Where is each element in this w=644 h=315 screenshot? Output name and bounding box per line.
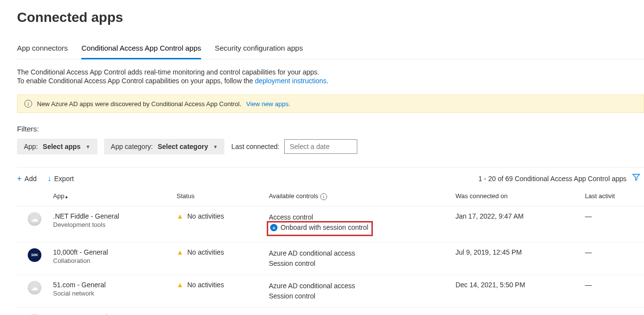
app-avatar: [28, 314, 41, 315]
col-header-app[interactable]: App▴: [49, 186, 173, 206]
connected-date: Jul 9, 2019, 12:45 PM: [452, 242, 581, 275]
filters-label: Filters:: [17, 125, 644, 133]
deployment-instructions-link[interactable]: deployment instructions: [255, 77, 327, 85]
controls-line: Azure AD conditional access: [269, 248, 448, 259]
app-category: Social network: [53, 290, 169, 297]
chevron-down-icon: ▼: [213, 144, 218, 149]
connected-date: Jan 17, 2022, 9:47 AM: [452, 206, 581, 242]
toolbar: + Add ↓ Export 1 - 20 of 69 Conditional …: [17, 167, 644, 184]
filter-last-connected-label: Last connected:: [231, 143, 279, 150]
tabs: App connectors Conditional Access App Co…: [17, 40, 644, 59]
chevron-down-icon: ▼: [86, 144, 91, 149]
controls-line[interactable]: Onboard with session control: [280, 223, 368, 231]
filter-app[interactable]: App: Select apps ▼: [17, 139, 97, 154]
info-icon: i: [320, 193, 327, 200]
connected-date: Dec 14, 2021, 5:50 PM: [452, 275, 581, 307]
warning-icon: ▲: [177, 212, 184, 220]
last-activity: —: [581, 206, 644, 242]
app-name: 7Geese - General: [49, 307, 173, 315]
tab-security-config[interactable]: Security configuration apps: [215, 40, 303, 59]
app-name: 51.com - General: [53, 281, 169, 289]
app-name: 10,000ft - General: [53, 248, 169, 256]
tab-app-connectors[interactable]: App connectors: [17, 40, 68, 59]
table-row[interactable]: 10K10,000ft - GeneralCollaboration▲No ac…: [17, 242, 644, 275]
plus-icon: +: [17, 174, 21, 183]
description-line2: To enable Conditional Access App Control…: [17, 77, 644, 85]
app-avatar: ☁: [28, 281, 41, 295]
warning-icon: ▲: [177, 281, 184, 289]
apps-table: App▴ Status Available controlsi Was conn…: [17, 186, 644, 315]
col-header-controls[interactable]: Available controlsi: [265, 186, 452, 206]
page-title: Connected apps: [17, 10, 644, 25]
add-button[interactable]: + Add: [17, 174, 37, 183]
status-text: No activities: [187, 212, 224, 220]
app-category: Collaboration: [53, 257, 169, 264]
sort-asc-icon: ▴: [65, 194, 68, 199]
last-activity: —: [581, 242, 644, 275]
status-text: No activities: [187, 248, 224, 256]
last-activity: —: [581, 275, 644, 307]
cloud-icon: ☁: [31, 214, 38, 223]
col-header-activity[interactable]: Last activit: [581, 186, 644, 206]
description-block: The Conditional Access App Control adds …: [17, 68, 644, 85]
col-header-connected[interactable]: Was connected on: [452, 186, 581, 206]
filters-row: App: Select apps ▼ App category: Select …: [17, 139, 644, 154]
plus-badge-icon[interactable]: +: [270, 224, 277, 231]
download-icon: ↓: [47, 174, 51, 183]
banner-text: New Azure AD apps were discovered by Con…: [37, 100, 241, 108]
filter-icon[interactable]: [632, 173, 640, 184]
controls-line: Azure AD conditional access: [269, 281, 448, 291]
filter-last-connected-input[interactable]: [284, 139, 357, 154]
tab-conditional-access[interactable]: Conditional Access App Control apps: [81, 40, 201, 59]
table-row[interactable]: ☁.NET Fiddle - GeneralDevelopment tools▲…: [17, 206, 644, 242]
highlight-box: +Onboard with session control: [267, 221, 373, 236]
col-header-status[interactable]: Status: [173, 186, 265, 206]
table-row[interactable]: 7Geese - General: [17, 307, 644, 315]
info-icon: i: [24, 100, 32, 108]
table-row[interactable]: ☁51.com - GeneralSocial network▲No activ…: [17, 275, 644, 307]
cloud-icon: ☁: [31, 283, 38, 292]
results-count: 1 - 20 of 69 Conditional Access App Cont…: [478, 175, 626, 183]
controls-line: Session control: [269, 259, 315, 267]
description-line1: The Conditional Access App Control adds …: [17, 68, 644, 76]
app-name: .NET Fiddle - General: [53, 212, 169, 220]
controls-line: Session control: [269, 292, 315, 300]
status-text: No activities: [187, 281, 224, 289]
view-new-apps-link[interactable]: View new apps.: [246, 100, 291, 108]
app-avatar: ☁: [28, 212, 41, 226]
app-avatar: 10K: [28, 248, 41, 262]
export-button[interactable]: ↓ Export: [47, 174, 74, 183]
warning-icon: ▲: [177, 248, 184, 256]
info-banner: i New Azure AD apps were discovered by C…: [17, 94, 644, 113]
filter-category[interactable]: App category: Select category ▼: [104, 139, 225, 154]
app-category: Development tools: [53, 221, 169, 228]
